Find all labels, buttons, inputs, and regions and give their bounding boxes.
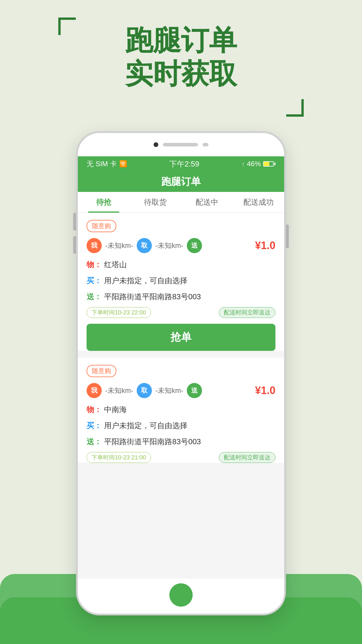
battery-body [263,161,274,167]
status-bar: 无 SIM 卡 🛜 下午2:59 ↑ 46% [78,156,284,172]
order-2-pick-distance: -未知km- [155,386,183,395]
order-2-deliver-icon: 送 [187,383,202,398]
battery-fill [264,162,269,166]
order-2-tags: 下单时间10-23 21:00 配送时间立即送达 [87,452,275,463]
carrier-text: 无 SIM 卡 [87,159,117,169]
vol-down-button [73,236,76,254]
order-1-buy-label: 买： [87,275,102,286]
header-line2: 实时获取 [0,57,362,90]
phone-frame: 无 SIM 卡 🛜 下午2:59 ↑ 46% 跑腿订单 [76,131,286,615]
status-time: 下午2:59 [169,159,199,169]
power-button [286,225,289,248]
battery-tip [274,162,275,165]
order-2-route: 我 -未知km- 取 -未知km- 送 ¥1.0 [87,383,275,398]
order-2-send-label: 送： [87,436,102,447]
order-1-buy-row: 买： 用户未指定，可自由选择 [87,275,275,286]
order-1-deliver-icon: 送 [187,238,202,253]
header-line1: 跑腿订单 [0,23,362,57]
wifi-icon: 🛜 [119,160,127,168]
tab-delivered[interactable]: 配送成功 [233,192,284,213]
order-2-item-value: 中南海 [104,404,127,415]
order-1-item-value: 红塔山 [104,259,127,270]
order-2-from-distance: -未知km- [105,386,133,395]
order-1-price: ¥1.0 [255,239,275,252]
home-button[interactable] [169,583,193,607]
tab-delivered-label: 配送成功 [243,197,274,207]
bracket-bottom-right [286,99,304,117]
header-section: 跑腿订单 实时获取 [0,23,362,90]
phone-screen: 无 SIM 卡 🛜 下午2:59 ↑ 46% 跑腿订单 [78,156,284,579]
location-icon: ↑ [242,161,245,167]
order-1-pick-distance: -未知km- [155,241,183,250]
order-1-me-icon: 我 [87,238,102,253]
order-1-order-time-tag: 下单时间10-23 22:00 [87,307,151,318]
order-2-badge: 随意购 [87,365,116,377]
vol-up-button [73,213,76,230]
order-1-route: 我 -未知km- 取 -未知km- 送 ¥1.0 [87,238,275,253]
order-2-send-row: 送： 平阳路街道平阳南路83号003 [87,436,275,447]
order-1-send-value: 平阳路街道平阳南路83号003 [104,291,201,302]
front-camera [203,143,208,146]
tab-delivering-label: 配送中 [196,197,218,207]
order-1-pick-icon: 取 [137,238,152,253]
order-1-buy-value: 用户未指定，可自由选择 [104,275,187,286]
order-2-pick-icon: 取 [137,383,152,398]
tab-pending-pickup[interactable]: 待取货 [129,192,181,213]
tab-bar: 待抢 待取货 配送中 配送成功 [78,192,284,213]
tab-pending-grab-label: 待抢 [96,197,111,207]
order-2-buy-value: 用户未指定，可自由选择 [104,420,187,431]
order-2-item-label: 物： [87,404,102,415]
camera-dot [154,142,158,147]
order-2-me-icon: 我 [87,383,102,398]
order-card-2: 随意购 我 -未知km- 取 -未知km- 送 ¥1.0 物： 中南海 [78,358,284,463]
battery-percent: 46% [247,160,261,168]
tab-pending-grab[interactable]: 待抢 [78,192,129,213]
order-2-buy-row: 买： 用户未指定，可自由选择 [87,420,275,431]
order-1-badge: 随意购 [87,220,116,232]
speaker [163,143,198,146]
tab-delivering[interactable]: 配送中 [181,192,233,213]
order-card-1: 随意购 我 -未知km- 取 -未知km- 送 ¥1.0 物： 红塔山 [78,213,284,351]
battery-icon [263,161,275,167]
app-title: 跑腿订单 [161,175,201,188]
order-2-delivery-time-tag: 配送时间立即送达 [219,452,275,463]
orders-list: 随意购 我 -未知km- 取 -未知km- 送 ¥1.0 物： 红塔山 [78,213,284,579]
order-1-from-distance: -未知km- [105,241,133,250]
status-left: 无 SIM 卡 🛜 [87,159,127,169]
order-2-item-row: 物： 中南海 [87,404,275,415]
order-1-item-label: 物： [87,259,102,270]
order-1-item-row: 物： 红塔山 [87,259,275,270]
order-1-send-row: 送： 平阳路街道平阳南路83号003 [87,291,275,302]
order-2-order-time-tag: 下单时间10-23 21:00 [87,452,151,463]
status-right: ↑ 46% [242,160,275,168]
order-1-delivery-time-tag: 配送时间立即送达 [219,307,275,318]
order-2-send-value: 平阳路街道平阳南路83号003 [104,436,201,447]
order-1-tags: 下单时间10-23 22:00 配送时间立即送达 [87,307,275,318]
phone-mockup: 无 SIM 卡 🛜 下午2:59 ↑ 46% 跑腿订单 [76,131,286,615]
order-1-send-label: 送： [87,291,102,302]
phone-top-bar [78,133,284,156]
order-2-price: ¥1.0 [255,384,275,397]
order-2-buy-label: 买： [87,420,102,431]
app-header: 跑腿订单 [78,172,284,192]
order-1-grab-button[interactable]: 抢单 [87,324,275,351]
tab-pending-pickup-label: 待取货 [144,197,167,207]
